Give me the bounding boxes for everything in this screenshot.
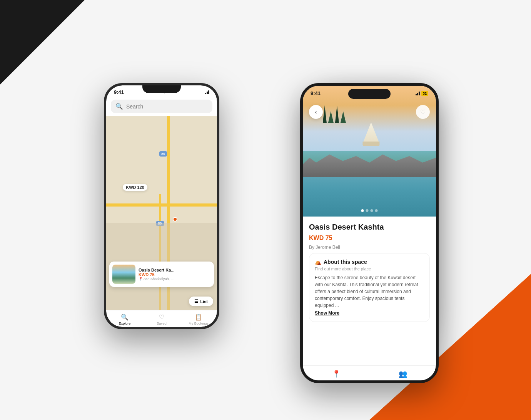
about-section: ⛺ About this space Find out more about t… bbox=[309, 253, 430, 322]
tent-illustration bbox=[362, 122, 379, 146]
phones-wrapper: 9:41 ✈ 🔍 80 80 bbox=[92, 37, 439, 383]
pin-icon: 📍 bbox=[139, 277, 143, 281]
property-thumbnail bbox=[112, 265, 135, 284]
search-icon: 🔍 bbox=[115, 103, 123, 110]
back-icon: ‹ bbox=[315, 109, 317, 115]
signal-center bbox=[416, 92, 420, 95]
dynamic-island-center bbox=[348, 89, 391, 99]
bookings-icon: 📋 bbox=[195, 313, 202, 321]
signal-left bbox=[205, 90, 209, 94]
time-left: 9:41 bbox=[114, 89, 124, 95]
list-icon: ☰ bbox=[194, 299, 198, 304]
search-bar[interactable]: 🔍 bbox=[111, 100, 212, 113]
tree-icon bbox=[341, 111, 346, 123]
show-more-link[interactable]: Show More bbox=[315, 310, 339, 316]
property-host: By Jerome Bell bbox=[309, 245, 430, 250]
bottom-nav-left: 🔍 Explore ♡ Saved 📋 My Bookings bbox=[106, 310, 217, 327]
property-card-name: Oasis Desert Ka... bbox=[139, 268, 211, 272]
battery-badge-center: 32 bbox=[421, 91, 428, 96]
nav-bookings[interactable]: 📋 My Bookings bbox=[180, 313, 217, 325]
property-card-location: 📍 Ash Shadadiyah, ... bbox=[139, 277, 211, 281]
price-badge-map: KWD 120 bbox=[123, 184, 147, 191]
saved-icon: ♡ bbox=[159, 313, 164, 321]
about-text: Escape to the serene beauty of the Kuwai… bbox=[315, 274, 424, 309]
guests-icon: 👥 bbox=[399, 370, 407, 378]
notch-left bbox=[142, 85, 181, 93]
location-icon: 📍 bbox=[332, 370, 341, 378]
dot-1 bbox=[361, 209, 364, 212]
property-info: Oasis Desert Ka... KWD 75 📍 Ash Shadadiy… bbox=[139, 268, 211, 281]
dot-4 bbox=[375, 209, 378, 212]
bg-black-triangle bbox=[0, 0, 85, 85]
tab-guests[interactable]: 👥 bbox=[369, 370, 436, 378]
property-card[interactable]: Oasis Desert Ka... KWD 75 📍 Ash Shadadiy… bbox=[109, 262, 214, 287]
dot-3 bbox=[371, 209, 373, 212]
tent-icon: ⛺ bbox=[315, 259, 321, 265]
image-dots bbox=[361, 209, 378, 212]
nav-saved[interactable]: ♡ Saved bbox=[143, 313, 180, 325]
explore-icon: 🔍 bbox=[121, 313, 129, 321]
back-button[interactable]: ‹ bbox=[309, 105, 323, 119]
property-card-price: KWD 75 bbox=[139, 272, 211, 277]
about-title: ⛺ About this space bbox=[315, 259, 424, 265]
favorite-button[interactable]: ♡ bbox=[416, 105, 430, 119]
phone-left: 9:41 ✈ 🔍 80 80 bbox=[104, 83, 219, 329]
tree-icon bbox=[323, 105, 327, 123]
map-road-h1 bbox=[106, 203, 217, 207]
detail-content: Oasis Desert Kashta KWD 75 By Jerome Bel… bbox=[303, 217, 436, 365]
road-badge-1: 80 bbox=[159, 151, 167, 157]
heart-icon: ♡ bbox=[420, 108, 426, 116]
list-button[interactable]: ☰ List bbox=[189, 297, 213, 306]
tree-icon bbox=[335, 105, 339, 123]
map-pin bbox=[173, 217, 177, 222]
nav-explore[interactable]: 🔍 Explore bbox=[106, 313, 143, 325]
about-subtitle: Find out more about the place bbox=[315, 267, 424, 271]
hero-image: ‹ ♡ bbox=[303, 86, 436, 217]
tab-location[interactable]: 📍 bbox=[303, 370, 369, 378]
property-title: Oasis Desert Kashta bbox=[309, 223, 430, 232]
tree-icon bbox=[328, 111, 334, 123]
time-center: 9:41 bbox=[311, 90, 321, 96]
phone-center: 9:41 ✈ 32 bbox=[300, 83, 439, 383]
bottom-tabs-center: 📍 👥 bbox=[303, 365, 436, 380]
search-input[interactable] bbox=[126, 103, 208, 110]
property-price: KWD 75 bbox=[309, 235, 430, 242]
map-area: 80 80 KWD 120 Oasis Desert Ka... KWD 75 bbox=[106, 116, 217, 310]
dot-2 bbox=[366, 209, 369, 212]
